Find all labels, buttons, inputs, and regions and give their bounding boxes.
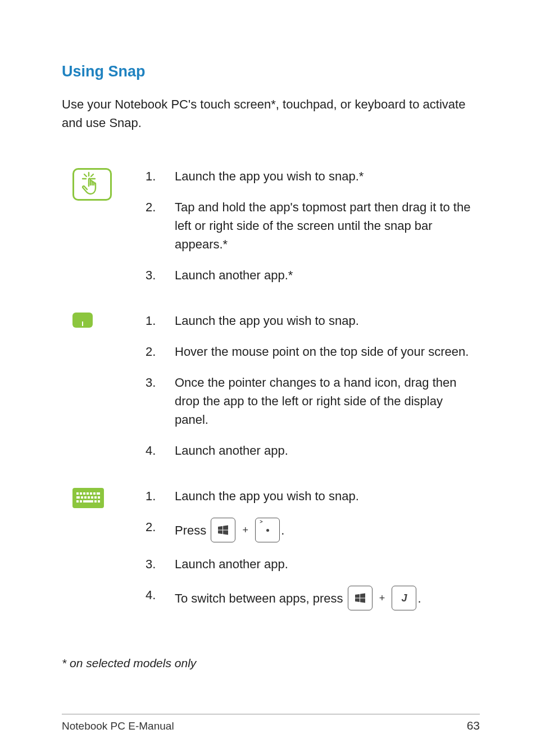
list-item: 1. Launch the app you wish to snap.: [146, 311, 480, 330]
step-text: Launch another app.: [175, 555, 480, 573]
windows-key-icon: [348, 586, 373, 610]
list-item: 3. Launch another app.*: [146, 266, 480, 284]
step-text: Launch the app you wish to snap.: [175, 311, 480, 330]
list-item: 3. Launch another app.: [146, 555, 480, 573]
svg-rect-18: [98, 496, 100, 499]
step-number: 1.: [146, 167, 175, 185]
text-segment: .: [417, 591, 421, 605]
svg-rect-15: [88, 496, 90, 499]
step-number: 3.: [146, 266, 175, 284]
list-item: 1. Launch the app you wish to snap.*: [146, 167, 480, 185]
list-item: 2. Press +: [146, 518, 480, 542]
step-number: 4.: [146, 586, 175, 604]
svg-rect-21: [83, 500, 93, 503]
svg-rect-17: [94, 496, 97, 499]
svg-marker-25: [223, 526, 228, 530]
text-segment: .: [281, 523, 284, 537]
list-item: 1. Launch the app you wish to snap.: [146, 487, 480, 505]
step-number: 2.: [146, 198, 175, 216]
svg-marker-28: [355, 594, 360, 598]
svg-rect-19: [76, 500, 79, 503]
page-number: 63: [467, 719, 480, 732]
key-letter: J: [401, 591, 407, 606]
text-segment: Press: [175, 523, 210, 537]
step-text: Launch another app.*: [175, 266, 480, 284]
list-item: 3. Once the pointer changes to a hand ic…: [146, 373, 480, 429]
svg-marker-29: [360, 594, 365, 598]
step-text: Launch the app you wish to snap.*: [175, 167, 480, 185]
touchpad-icon: [72, 313, 93, 328]
svg-marker-26: [218, 531, 222, 535]
svg-rect-23: [98, 500, 100, 503]
step-number: 2.: [146, 342, 175, 361]
svg-marker-31: [360, 599, 365, 603]
text-segment: To switch between apps, press: [175, 591, 347, 605]
list-item: 2. Hover the mouse point on the top side…: [146, 342, 480, 361]
footer-title: Notebook PC E-Manual: [62, 720, 174, 732]
j-key-icon: J: [392, 586, 416, 610]
footnote: * on selected models only: [62, 657, 480, 670]
svg-marker-30: [355, 599, 360, 603]
list-item: 4. To switch between apps, press: [146, 586, 480, 610]
list-item: 2. Tap and hold the app's topmost part t…: [146, 198, 480, 253]
step-text: Tap and hold the app's topmost part then…: [175, 198, 480, 253]
step-text: Press + >: [175, 518, 480, 542]
step-text: To switch between apps, press +: [175, 586, 480, 610]
svg-rect-22: [94, 500, 97, 503]
svg-rect-12: [76, 496, 80, 499]
svg-rect-11: [97, 492, 100, 495]
period-key-icon: >: [255, 518, 280, 542]
svg-rect-16: [91, 496, 93, 499]
svg-rect-14: [84, 496, 87, 499]
step-number: 3.: [146, 555, 175, 573]
svg-marker-27: [223, 531, 228, 535]
step-text: Launch the app you wish to snap.: [175, 487, 480, 505]
step-number: 3.: [146, 373, 175, 392]
svg-rect-5: [76, 492, 79, 495]
keyboard-icon: [72, 488, 104, 508]
windows-key-icon: [211, 518, 235, 542]
svg-rect-10: [93, 492, 96, 495]
section-heading: Using Snap: [62, 63, 480, 80]
svg-rect-13: [81, 496, 83, 499]
touch-section: 1. Launch the app you wish to snap.* 2. …: [62, 167, 480, 284]
svg-marker-24: [218, 526, 222, 530]
step-text: Once the pointer changes to a hand icon,…: [175, 373, 480, 429]
list-item: 4. Launch another app.: [146, 441, 480, 460]
svg-line-1: [84, 174, 87, 176]
manual-page: Using Snap Use your Notebook PC's touch …: [0, 0, 536, 756]
keyboard-section: 1. Launch the app you wish to snap. 2. P…: [62, 487, 480, 610]
step-number: 1.: [146, 311, 175, 330]
svg-rect-20: [80, 500, 82, 503]
page-footer: Notebook PC E-Manual 63: [62, 714, 480, 732]
step-number: 1.: [146, 487, 175, 505]
step-number: 4.: [146, 441, 175, 460]
svg-rect-7: [83, 492, 85, 495]
touchpad-section: 1. Launch the app you wish to snap. 2. H…: [62, 311, 480, 460]
svg-line-2: [91, 174, 93, 176]
section-intro: Use your Notebook PC's touch screen*, to…: [62, 95, 480, 132]
svg-rect-9: [90, 492, 92, 495]
touch-icon: [72, 168, 112, 201]
plus-separator: +: [240, 523, 251, 538]
step-number: 2.: [146, 518, 175, 536]
svg-rect-8: [87, 492, 89, 495]
step-text: Launch another app.: [175, 441, 480, 460]
step-text: Hover the mouse point on the top side of…: [175, 342, 480, 361]
plus-separator: +: [377, 591, 388, 606]
svg-rect-6: [80, 492, 82, 495]
